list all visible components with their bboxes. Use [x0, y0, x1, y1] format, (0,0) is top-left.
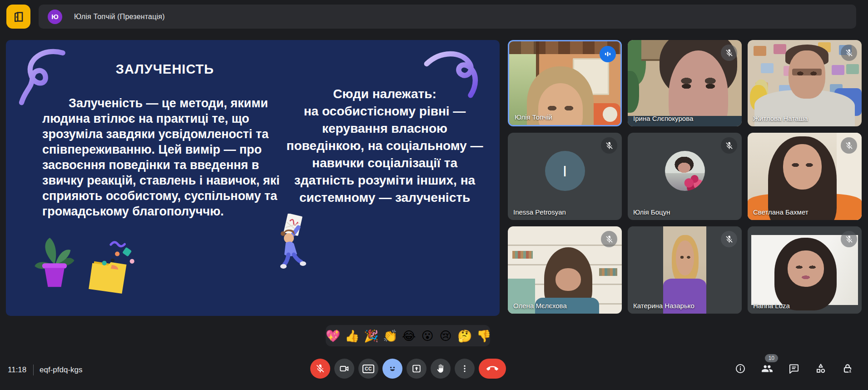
clock-text: 11:18	[8, 365, 26, 375]
mic-off-icon	[845, 49, 853, 57]
mute-indicator	[721, 137, 737, 154]
audio-level-icon	[603, 50, 612, 59]
mic-off-button[interactable]	[310, 359, 330, 379]
mic-off-icon	[725, 235, 734, 244]
video-tile-svetlana-bakhmet[interactable]: Светлана Бахмет	[748, 133, 862, 220]
participant-name: Юлія Топчій	[515, 113, 552, 121]
slide-definition-text: — це методи, якими людина втілює на прак…	[42, 96, 280, 218]
presenter-avatar: Ю	[48, 10, 62, 24]
mute-indicator	[721, 231, 737, 247]
reaction-thinking[interactable]: 🤔	[457, 327, 471, 345]
chat-button[interactable]	[783, 359, 805, 379]
participant-name: Inessa Petrosyan	[513, 208, 566, 216]
scene-shape	[603, 107, 617, 122]
divider	[33, 365, 34, 375]
call-controls: CC	[310, 359, 506, 379]
participant-name: Юлія Боцун	[633, 208, 670, 216]
mic-off-icon	[605, 141, 614, 150]
character-illustration	[269, 214, 317, 272]
reaction-crying[interactable]: 😢	[439, 327, 452, 345]
video-tile-zhytlova-natasha[interactable]: Житлова Наташа	[748, 40, 862, 126]
reaction-sparkling-heart[interactable]: 💖	[326, 327, 339, 345]
participant-name: Олена Мєлєхова	[513, 302, 567, 310]
more-options-icon	[460, 364, 469, 373]
info-button[interactable]	[729, 359, 751, 379]
scene-shape	[792, 69, 822, 75]
mic-off-icon	[725, 49, 734, 57]
participant-name: Катерина Назарько	[633, 302, 694, 310]
participant-name: Житлова Наташа	[753, 115, 808, 122]
reaction-party-popper[interactable]: 🎉	[364, 327, 377, 345]
host-controls-icon	[842, 363, 853, 375]
reactions-bar: 💖 👍 🎉 👏 😂 😮 😢 🤔 👎	[326, 325, 490, 346]
reaction-thumbs-up[interactable]: 👍	[345, 327, 358, 345]
slide-level1-term: на особистісному рівні	[304, 104, 450, 118]
mic-off-icon	[315, 364, 325, 374]
raise-hand-button[interactable]	[431, 359, 451, 379]
present-button[interactable]	[407, 359, 427, 379]
mic-off-icon	[845, 141, 853, 150]
raise-hand-icon	[436, 364, 446, 374]
scene-shape	[512, 251, 533, 259]
end-call-button[interactable]	[479, 359, 506, 379]
camera-icon	[339, 364, 349, 374]
slide-title: ЗАЛУЧЕНІСТЬ	[42, 62, 288, 77]
chat-icon	[789, 363, 799, 374]
call-bar: 11:18 eqf-pfdq-kgs CC	[0, 357, 868, 387]
video-tile-olena-mieliekhova[interactable]: Олена Мєлєхова	[508, 226, 622, 314]
slide-definition-term: Залученість	[69, 96, 143, 110]
people-button[interactable]: 10	[756, 359, 778, 379]
slide-definition: Залученість — це методи, якими людина вт…	[42, 95, 290, 219]
mic-off-icon	[605, 235, 614, 244]
scene-shape	[628, 71, 639, 112]
slide-level2-term: на соціальному	[368, 139, 467, 153]
mute-indicator	[841, 45, 857, 61]
mute-indicator	[721, 45, 737, 61]
video-tile-kateryna-nazarko[interactable]: Катерина Назарько	[628, 226, 742, 314]
slide-level3-text: — залученість	[375, 190, 470, 205]
video-tile-yuliia-topchii[interactable]: Юлія Топчій	[508, 40, 622, 126]
reaction-clapping-hands[interactable]: 👏	[383, 327, 397, 345]
mute-indicator	[841, 231, 857, 247]
video-tile-iryna-sliepokurova[interactable]: Ірина Слєпокурова	[628, 40, 742, 126]
home-button[interactable]	[6, 5, 30, 29]
participant-count-badge: 10	[765, 354, 778, 362]
video-tile-yuliia-botsun[interactable]: Юлія Боцун	[628, 133, 742, 220]
reaction-joy[interactable]: 😂	[402, 327, 416, 345]
mute-indicator	[601, 231, 617, 247]
scene-shape	[556, 268, 580, 291]
door-icon	[12, 10, 25, 24]
more-options-button[interactable]	[455, 359, 475, 379]
end-call-icon	[486, 363, 498, 375]
video-tile-hanna-loza[interactable]: Hanna Loza	[748, 226, 862, 314]
host-controls-button[interactable]	[837, 359, 858, 379]
presentation-slide[interactable]: ЗАЛУЧЕНІСТЬ Залученість — це методи, яки…	[6, 40, 500, 316]
reactions-button[interactable]	[382, 359, 402, 379]
scene-shape	[751, 235, 858, 305]
activities-button[interactable]	[810, 359, 832, 379]
scene-shape	[783, 144, 822, 190]
captions-icon: CC	[362, 365, 374, 373]
video-tile-inessa-petrosyan[interactable]: I Юлія Боцун Inessa Petrosyan	[508, 133, 622, 220]
plant-illustration	[31, 235, 78, 288]
panel-buttons: 10	[729, 359, 858, 379]
mute-indicator	[841, 137, 857, 154]
participant-avatar	[665, 151, 705, 191]
folder-confetti-illustration	[84, 239, 139, 295]
participant-avatar: I	[545, 151, 585, 191]
audio-level-indicator	[600, 46, 616, 62]
presenter-label: Юлія Топчій (Презентація)	[74, 13, 165, 21]
mute-indicator	[601, 137, 617, 154]
camera-button[interactable]	[334, 359, 354, 379]
participant-name: Светлана Бахмет	[753, 208, 808, 216]
mic-off-icon	[845, 235, 853, 244]
participant-name: Hanna Loza	[753, 302, 790, 310]
presentation-banner: Ю Юлія Топчій (Презентація)	[39, 5, 856, 29]
reaction-thumbs-down[interactable]: 👎	[476, 327, 490, 345]
reaction-surprised[interactable]: 😮	[421, 327, 434, 345]
info-icon	[735, 363, 746, 374]
captions-button[interactable]: CC	[358, 359, 378, 379]
reactions-icon	[387, 363, 398, 374]
participant-grid: Юлія Топчій Ірина Слєпокурова	[508, 40, 862, 315]
scene-shape	[599, 268, 617, 276]
